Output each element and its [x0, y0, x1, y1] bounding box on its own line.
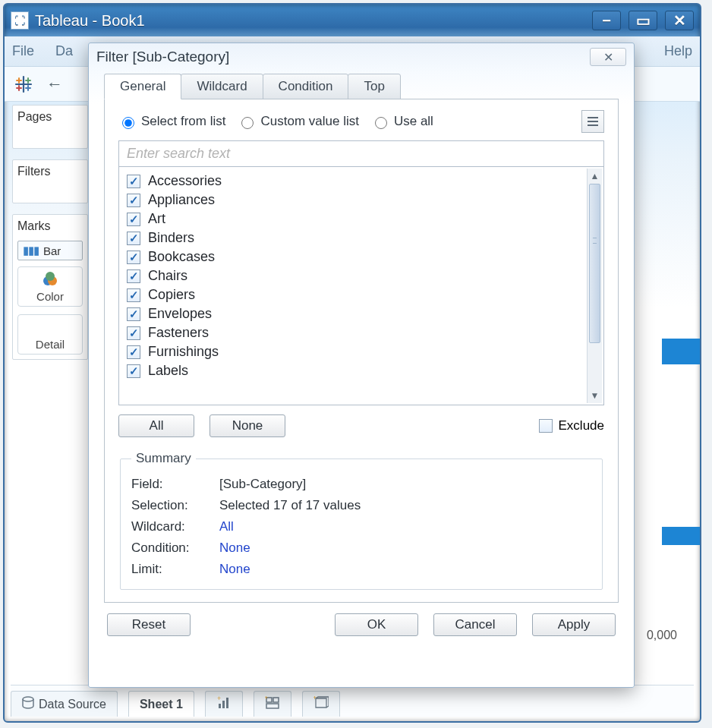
radio-use-all[interactable]: Use all [371, 114, 433, 129]
list-options-button[interactable] [581, 110, 604, 133]
list-item[interactable]: ✓Accessories [127, 172, 596, 191]
sheet-tabs: Data Source Sheet 1 + + + [11, 685, 694, 717]
filter-dialog: Filter [Sub-Category] ✕ General Wildcard… [88, 43, 635, 688]
tab-top[interactable]: Top [348, 74, 400, 99]
list-item[interactable]: ✓Envelopes [127, 304, 596, 323]
new-story-icon: + [313, 696, 329, 713]
all-button[interactable]: All [118, 414, 194, 437]
list-item[interactable]: ✓Labels [127, 361, 596, 380]
radio-select-from-list[interactable]: Select from list [118, 114, 225, 129]
filters-shelf[interactable]: Filters [12, 159, 88, 203]
mark-type-dropdown[interactable]: ▮▮▮ Bar [17, 241, 83, 260]
tab-general-page: Select from list Custom value list Use a… [104, 99, 619, 603]
radio-use-all-input[interactable] [375, 117, 387, 129]
list-item[interactable]: ✓Fasteners [127, 323, 596, 342]
tab-condition[interactable]: Condition [263, 74, 349, 99]
menu-file[interactable]: File [12, 43, 34, 59]
marks-color-button[interactable]: Color [17, 266, 83, 307]
checkbox-icon[interactable]: ✓ [127, 326, 140, 340]
none-button[interactable]: None [210, 414, 285, 437]
bar-chart-icon: ▮▮▮ [23, 244, 39, 257]
values-list[interactable]: ✓Accessories✓Appliances✓Art✓Binders✓Book… [118, 167, 604, 405]
summary-wildcard-label: Wildcard: [131, 519, 207, 534]
list-item[interactable]: ✓Binders [127, 228, 596, 247]
color-icon [42, 272, 58, 288]
list-item[interactable]: ✓Copiers [127, 285, 596, 304]
minimize-button[interactable]: − [592, 11, 621, 30]
summary-condition-value: None [219, 540, 250, 556]
checkbox-icon[interactable]: ✓ [127, 232, 140, 245]
checkbox-icon[interactable]: ✓ [127, 364, 140, 378]
tableau-logo-icon [12, 73, 35, 96]
checkbox-icon[interactable]: ✓ [127, 269, 140, 283]
svg-text:+: + [265, 696, 268, 701]
summary-fieldset: Summary Field: [Sub-Category] Selection:… [120, 451, 603, 590]
list-item[interactable]: ✓Art [127, 210, 596, 228]
app-icon: ⛶ [11, 11, 29, 30]
search-box [118, 140, 604, 167]
list-item[interactable]: ✓Chairs [127, 266, 596, 285]
close-icon: ✕ [603, 50, 613, 65]
scrollbar[interactable]: ▲ ▼ [587, 169, 602, 403]
svg-text:+: + [313, 696, 317, 701]
summary-wildcard-value: All [219, 519, 234, 534]
radio-select-from-list-input[interactable] [122, 117, 134, 129]
menu-help[interactable]: Help [664, 43, 692, 59]
checkbox-icon[interactable]: ✓ [127, 307, 140, 321]
back-icon[interactable]: ← [44, 74, 65, 95]
sheet1-tab[interactable]: Sheet 1 [128, 691, 194, 717]
new-story-button[interactable]: + [302, 691, 340, 717]
list-item-label: Binders [148, 230, 194, 246]
radio-custom-value-list-label: Custom value list [260, 114, 358, 129]
new-worksheet-button[interactable]: + [205, 691, 243, 717]
list-item[interactable]: ✓Appliances [127, 191, 596, 210]
list-item[interactable]: ✓Bookcases [127, 247, 596, 266]
checkbox-icon[interactable]: ✓ [127, 213, 140, 226]
menu-item-trunc[interactable]: Da [55, 43, 73, 59]
checkbox-icon[interactable]: ✓ [127, 345, 140, 359]
checkbox-icon[interactable]: ✓ [127, 194, 140, 207]
exclude-checkbox[interactable] [539, 419, 553, 433]
summary-selection-label: Selection: [131, 498, 207, 513]
checkbox-icon[interactable]: ✓ [127, 175, 140, 188]
radio-custom-value-list-input[interactable] [241, 117, 254, 129]
reset-button[interactable]: Reset [107, 613, 191, 636]
scroll-up-icon[interactable]: ▲ [591, 169, 600, 184]
cancel-button[interactable]: Cancel [433, 613, 517, 636]
new-dashboard-button[interactable]: + [254, 691, 291, 717]
scroll-thumb[interactable] [589, 184, 600, 343]
close-button[interactable]: ✕ [665, 11, 694, 30]
checkbox-icon[interactable]: ✓ [127, 251, 140, 264]
tab-wildcard[interactable]: Wildcard [181, 74, 263, 99]
exclude-label: Exclude [559, 418, 604, 433]
mark-type-label: Bar [43, 244, 61, 257]
checkbox-icon[interactable]: ✓ [127, 288, 140, 302]
apply-button[interactable]: Apply [532, 613, 616, 636]
summary-field-label: Field: [131, 477, 207, 492]
scroll-track[interactable] [588, 184, 602, 388]
mode-radios: Select from list Custom value list Use a… [118, 110, 604, 133]
scroll-down-icon[interactable]: ▼ [591, 388, 600, 403]
svg-rect-15 [222, 701, 225, 708]
application-window: ⛶ Tableau - Book1 − ▭ ✕ File Da Workshee… [3, 3, 701, 723]
ok-button[interactable]: OK [335, 613, 418, 636]
dialog-close-button[interactable]: ✕ [590, 48, 626, 66]
list-item[interactable]: ✓Furnishings [127, 342, 596, 361]
radio-custom-value-list[interactable]: Custom value list [238, 114, 358, 129]
summary-condition-label: Condition: [131, 540, 207, 556]
marks-card: Marks ▮▮▮ Bar Co [12, 214, 88, 360]
list-item-label: Fasteners [148, 325, 209, 341]
marks-detail-button[interactable]: . Detail [17, 314, 83, 355]
data-source-tab[interactable]: Data Source [11, 691, 118, 717]
list-item-label: Copiers [148, 287, 195, 303]
search-input[interactable] [119, 141, 603, 166]
list-item-label: Furnishings [148, 344, 219, 360]
tab-general[interactable]: General [104, 74, 181, 99]
pages-shelf[interactable]: Pages [12, 105, 88, 149]
data-source-icon [22, 696, 34, 713]
filters-label: Filters [13, 160, 87, 180]
dialog-titlebar: Filter [Sub-Category] ✕ [89, 43, 634, 71]
radio-select-from-list-label: Select from list [141, 114, 225, 129]
svg-rect-16 [226, 698, 228, 708]
maximize-button[interactable]: ▭ [629, 11, 657, 30]
